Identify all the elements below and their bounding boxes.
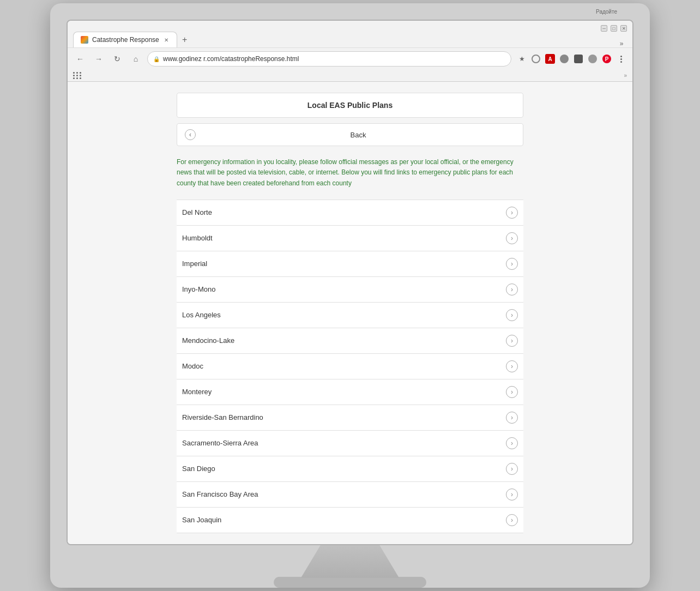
county-name: Imperial — [182, 260, 207, 268]
bookmarks-end: » — [624, 73, 627, 79]
county-list-item[interactable]: Mendocino-Lake › — [177, 328, 523, 354]
county-name: Los Angeles — [182, 311, 221, 319]
window-controls: ─ □ ✕ — [601, 25, 627, 32]
county-arrow-icon: › — [506, 335, 518, 347]
stand-neck — [301, 545, 399, 578]
url-text: www.godinez r.com/catastropheResponse.ht… — [163, 55, 299, 63]
more-tabs-button[interactable]: » — [616, 40, 627, 47]
county-list-item[interactable]: Inyo-Mono › — [177, 277, 523, 303]
county-arrow-icon: › — [506, 437, 518, 449]
county-list-item[interactable]: San Joaquin › — [177, 508, 523, 533]
ext-grey-icon[interactable] — [587, 53, 599, 65]
browser-chrome: Радойте ─ □ ✕ Catastrophe Response ✕ + — [68, 21, 632, 82]
active-tab[interactable]: Catastrophe Response ✕ — [73, 32, 177, 47]
forward-navigation-button[interactable]: → — [92, 52, 106, 66]
county-arrow-icon: › — [506, 309, 518, 321]
back-bar[interactable]: ‹ Back — [177, 123, 523, 146]
county-arrow-icon: › — [506, 232, 518, 244]
browser-toolbar: ← → ↻ ⌂ 🔒 www.godinez r.com/catastropheR… — [68, 47, 632, 70]
maximize-button[interactable]: □ — [611, 25, 617, 32]
lock-icon: 🔒 — [153, 56, 160, 62]
county-arrow-icon: › — [506, 258, 518, 270]
ext-dark-icon[interactable] — [572, 53, 584, 65]
county-list-item[interactable]: Monterey › — [177, 379, 523, 405]
county-list-item[interactable]: Del Norte › — [177, 200, 523, 226]
close-button[interactable]: ✕ — [620, 25, 627, 32]
county-list-item[interactable]: San Francisco Bay Area › — [177, 482, 523, 508]
county-arrow-icon: › — [506, 463, 518, 475]
county-arrow-icon: › — [506, 412, 518, 424]
minimize-button[interactable]: ─ — [601, 25, 607, 32]
county-arrow-icon: › — [506, 207, 518, 219]
county-name: Sacramento-Sierra Area — [182, 439, 258, 447]
county-name: Humboldt — [182, 234, 213, 242]
new-tab-button[interactable]: + — [177, 32, 192, 47]
browser-menu-button[interactable] — [615, 53, 627, 65]
reload-button[interactable]: ↻ — [110, 52, 124, 66]
county-list-item[interactable]: Humboldt › — [177, 226, 523, 251]
stand-base — [274, 577, 426, 588]
browser-titlebar: Радойте ─ □ ✕ — [68, 21, 632, 32]
county-list-item[interactable]: Imperial › — [177, 251, 523, 277]
adobe-ext-icon: A — [545, 54, 555, 64]
menu-dots — [619, 55, 623, 64]
county-name: Mendocino-Lake — [182, 336, 234, 345]
browser-actions: ★ A — [516, 53, 627, 65]
page-title: Local EAS Public Plans — [307, 101, 393, 110]
back-label: Back — [201, 131, 515, 139]
county-list-item[interactable]: Sacramento-Sierra Area › — [177, 431, 523, 456]
back-chevron-icon: ‹ — [185, 129, 196, 140]
county-list-item[interactable]: San Diego › — [177, 456, 523, 482]
county-list-item[interactable]: Riverside-San Bernardino › — [177, 405, 523, 431]
county-name: Monterey — [182, 388, 212, 396]
extension1-icon[interactable] — [530, 53, 542, 65]
tab-close-button[interactable]: ✕ — [162, 36, 170, 44]
county-name: Del Norte — [182, 208, 212, 216]
county-name: San Francisco Bay Area — [182, 490, 258, 498]
county-arrow-icon: › — [506, 489, 518, 500]
county-name: San Diego — [182, 465, 215, 473]
adobe-icon[interactable]: A — [544, 53, 556, 65]
county-list: Del Norte › Humboldt › Imperial › Inyo-M… — [177, 200, 523, 533]
county-list-item[interactable]: Modoc › — [177, 354, 523, 379]
county-list-item[interactable]: Los Angeles › — [177, 303, 523, 328]
intro-text: For emergency information in you localit… — [177, 157, 523, 189]
ext-circle1-icon[interactable] — [558, 53, 570, 65]
home-button[interactable]: ⌂ — [129, 52, 143, 66]
page-header: Local EAS Public Plans — [177, 93, 523, 118]
tab-bar: Catastrophe Response ✕ + » — [68, 32, 632, 47]
county-name: Inyo-Mono — [182, 285, 215, 293]
favicon-icon — [81, 36, 88, 44]
monitor-wrapper: Радойте ─ □ ✕ Catastrophe Response ✕ + — [50, 3, 650, 588]
county-arrow-icon: › — [506, 360, 518, 372]
pinterest-icon[interactable]: P — [601, 53, 613, 65]
county-name: Modoc — [182, 362, 203, 370]
tab-title: Catastrophe Response — [92, 36, 159, 44]
back-navigation-button[interactable]: ← — [73, 52, 87, 66]
monitor-screen: Радойте ─ □ ✕ Catastrophe Response ✕ + — [67, 20, 633, 545]
county-arrow-icon: › — [506, 514, 518, 526]
monitor-stand — [67, 545, 633, 588]
page-content: Local EAS Public Plans ‹ Back For emerge… — [68, 82, 632, 544]
county-name: San Joaquin — [182, 516, 221, 524]
address-bar[interactable]: 🔒 www.godinez r.com/catastropheResponse.… — [147, 51, 511, 67]
county-name: Riverside-San Bernardino — [182, 413, 263, 421]
star-bookmark-icon[interactable]: ★ — [516, 53, 528, 65]
county-arrow-icon: › — [506, 386, 518, 398]
apps-grid-icon[interactable] — [73, 72, 82, 79]
tab-favicon — [80, 35, 89, 44]
county-arrow-icon: › — [506, 284, 518, 296]
bookmarks-bar: » — [68, 70, 632, 81]
